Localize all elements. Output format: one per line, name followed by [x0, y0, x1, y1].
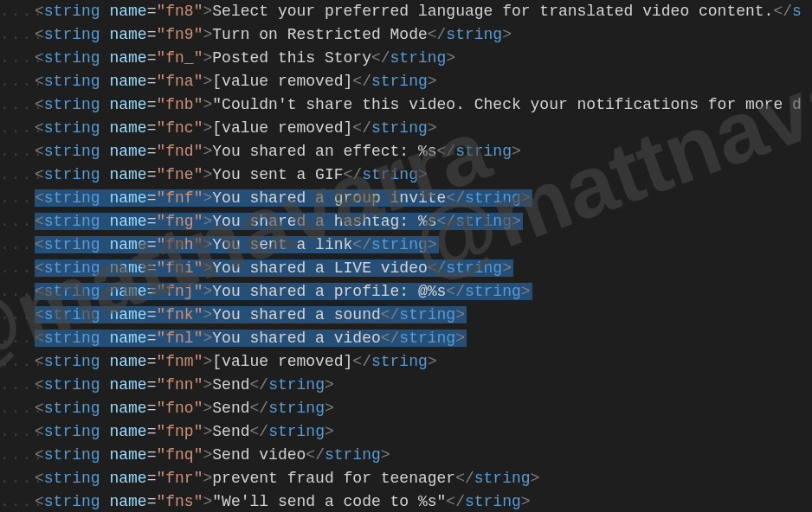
code-line[interactable]: ....<string name="fni">You shared a LIVE…	[0, 257, 812, 280]
code-line[interactable]: ....<string name="fnm">[value removed]</…	[0, 350, 812, 374]
code-line[interactable]: ....<string name="fng">You shared a hash…	[0, 210, 812, 234]
code-line[interactable]: ....<string name="fne">You sent a GIF</s…	[0, 163, 812, 187]
code-line[interactable]: ....<string name="fnh">You sent a link</…	[0, 234, 812, 257]
code-line[interactable]: ....<string name="fno">Send</string>	[0, 397, 812, 420]
code-line[interactable]: ....<string name="fnl">You shared a vide…	[0, 327, 812, 350]
code-line[interactable]: ....<string name="fns">"We'll send a cod…	[0, 490, 812, 512]
code-line[interactable]: ....<string name="fnc">[value removed]</…	[0, 117, 812, 140]
code-line[interactable]: ....<string name="fnq">Send video</strin…	[0, 444, 812, 467]
code-line[interactable]: ....<string name="fnf">You shared a grou…	[0, 187, 812, 210]
code-line[interactable]: ....<string name="fn9">Turn on Restricte…	[0, 23, 812, 47]
code-editor[interactable]: ....<string name="fn8">Select your prefe…	[0, 0, 812, 512]
code-line[interactable]: ....<string name="fnd">You shared an eff…	[0, 140, 812, 163]
code-line[interactable]: ....<string name="fnp">Send</string>	[0, 420, 812, 444]
code-line[interactable]: ....<string name="fnj">You shared a prof…	[0, 280, 812, 304]
code-line[interactable]: ....<string name="fnr">prevent fraud for…	[0, 467, 812, 490]
code-line[interactable]: ....<string name="fnb">"Couldn't share t…	[0, 93, 812, 117]
code-line[interactable]: ....<string name="fnn">Send</string>	[0, 374, 812, 397]
code-line[interactable]: ....<string name="fna">[value removed]</…	[0, 70, 812, 93]
code-line[interactable]: ....<string name="fn_">Posted this Story…	[0, 47, 812, 70]
code-line[interactable]: ....<string name="fnk">You shared a soun…	[0, 304, 812, 327]
code-line[interactable]: ....<string name="fn8">Select your prefe…	[0, 0, 812, 23]
